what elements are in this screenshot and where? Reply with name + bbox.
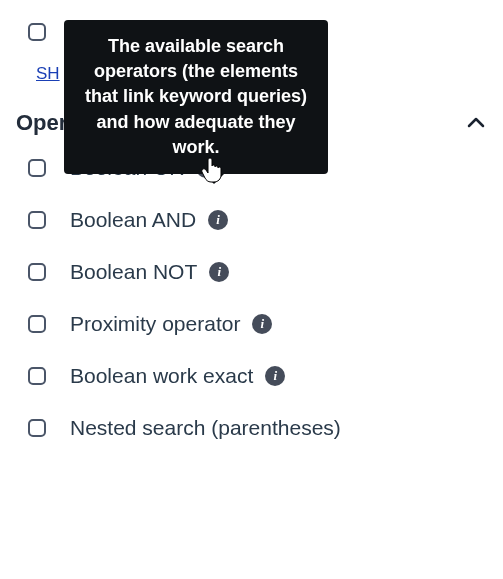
- item-label: Boolean work exact: [70, 364, 253, 388]
- checkbox[interactable]: [28, 211, 46, 229]
- checkbox[interactable]: [28, 23, 46, 41]
- list-item[interactable]: Boolean work exact i: [0, 350, 503, 402]
- checkbox[interactable]: [28, 159, 46, 177]
- checkbox[interactable]: [28, 367, 46, 385]
- tooltip-text: The available search operators (the elem…: [85, 36, 307, 157]
- info-icon[interactable]: i: [208, 210, 228, 230]
- info-icon[interactable]: i: [265, 366, 285, 386]
- chevron-up-icon[interactable]: [467, 114, 485, 132]
- item-label: Boolean AND: [70, 208, 196, 232]
- item-label: Boolean NOT: [70, 260, 197, 284]
- list-item[interactable]: Boolean AND i: [0, 194, 503, 246]
- checkbox[interactable]: [28, 315, 46, 333]
- info-icon[interactable]: i: [209, 262, 229, 282]
- checkbox[interactable]: [28, 419, 46, 437]
- list-item[interactable]: Boolean NOT i: [0, 246, 503, 298]
- list-item[interactable]: Nested search (parentheses): [0, 402, 503, 454]
- info-icon[interactable]: i: [252, 314, 272, 334]
- show-link-partial[interactable]: SH: [36, 64, 60, 84]
- list-item[interactable]: Proximity operator i: [0, 298, 503, 350]
- item-label: Nested search (parentheses): [70, 416, 341, 440]
- operators-tooltip: The available search operators (the elem…: [64, 20, 328, 174]
- checkbox[interactable]: [28, 263, 46, 281]
- section-operators-list: Boolean OR i Boolean AND i Boolean NOT i…: [0, 142, 503, 454]
- item-label: Proximity operator: [70, 312, 240, 336]
